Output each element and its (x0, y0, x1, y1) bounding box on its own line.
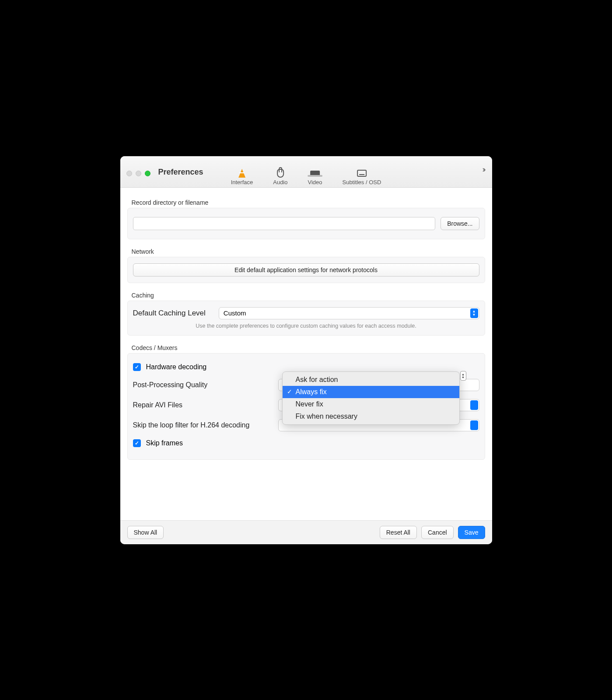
stepper-icon[interactable]: ▲▼ (460, 371, 466, 381)
caching-group: Default Caching Level Custom ▲▼ Use the … (127, 301, 485, 336)
repair-avi-option-always[interactable]: Always fix (283, 386, 459, 398)
toolbar-subtitles[interactable]: Subtitles / OSD (342, 168, 381, 186)
footer: Show All Reset All Cancel Save (120, 520, 492, 544)
caching-hint: Use the complete preferences to configur… (133, 323, 479, 329)
subtitles-icon (355, 168, 368, 178)
select-stepper-icon: ▲▼ (470, 308, 478, 318)
close-window-button[interactable] (126, 171, 132, 176)
zoom-window-button[interactable] (145, 171, 150, 176)
network-group: Edit default application settings for ne… (127, 257, 485, 283)
preferences-window: Preferences Interface Audio Video Subtit… (120, 156, 492, 544)
titlebar: Preferences Interface Audio Video Subtit… (120, 156, 492, 188)
toolbar-label: Interface (231, 179, 253, 186)
hardware-decoding-label: Hardware decoding (146, 363, 207, 371)
toolbar-overflow-icon[interactable]: ›› (483, 165, 484, 174)
repair-avi-label: Repair AVI Files (133, 401, 273, 409)
skip-frames-checkbox[interactable]: ✓ (133, 439, 141, 447)
repair-avi-dropdown: ▲▼ Ask for action Always fix Never fix F… (282, 371, 460, 425)
cancel-button[interactable]: Cancel (421, 526, 454, 539)
post-processing-label: Post-Processing Quality (133, 381, 273, 389)
toolbar-label: Video (308, 179, 322, 186)
headphones-icon (274, 168, 287, 178)
record-section-label: Record directory or filename (132, 199, 489, 206)
network-section-label: Network (132, 248, 489, 255)
caching-section-label: Caching (132, 292, 489, 299)
codecs-section-label: Codecs / Muxers (132, 344, 489, 351)
window-controls (126, 171, 150, 176)
window-title: Preferences (158, 168, 203, 177)
network-protocols-button[interactable]: Edit default application settings for ne… (133, 263, 479, 276)
repair-avi-option-ask[interactable]: Ask for action (283, 374, 459, 386)
caching-level-select[interactable]: Custom ▲▼ (219, 307, 479, 319)
hardware-decoding-checkbox[interactable]: ✓ (133, 363, 141, 371)
reset-all-button[interactable]: Reset All (380, 526, 417, 539)
cone-icon (235, 168, 248, 178)
toolbar-label: Subtitles / OSD (342, 179, 381, 186)
repair-avi-option-fixwhen[interactable]: Fix when necessary (283, 410, 459, 423)
toolbar-interface[interactable]: Interface (231, 168, 253, 186)
skip-frames-label: Skip frames (146, 439, 183, 447)
toolbar-video[interactable]: Video (308, 168, 322, 186)
save-button[interactable]: Save (458, 526, 485, 539)
content-area: Record directory or filename Browse... N… (120, 188, 492, 520)
record-path-input[interactable] (133, 217, 436, 230)
display-icon (308, 168, 322, 178)
browse-button[interactable]: Browse... (441, 217, 479, 230)
record-group: Browse... (127, 208, 485, 239)
show-all-button[interactable]: Show All (127, 526, 164, 539)
toolbar-audio[interactable]: Audio (273, 168, 287, 186)
minimize-window-button[interactable] (136, 171, 141, 176)
skip-loop-label: Skip the loop filter for H.264 decoding (133, 421, 273, 429)
caching-level-label: Default Caching Level (133, 309, 206, 318)
caching-level-value: Custom (224, 309, 246, 317)
toolbar: Interface Audio Video Subtitles / OSD (231, 168, 381, 186)
repair-avi-option-never[interactable]: Never fix (283, 398, 459, 410)
toolbar-label: Audio (273, 179, 287, 186)
